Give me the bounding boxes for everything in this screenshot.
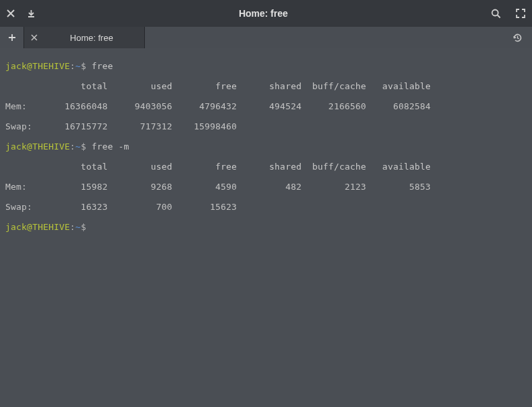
history-icon[interactable] bbox=[513, 33, 523, 43]
tab-title: Home: free bbox=[46, 33, 138, 43]
free-mem-1: Mem: 16366048 9403056 4796432 494524 216… bbox=[5, 101, 527, 111]
close-window-icon[interactable] bbox=[7, 9, 15, 17]
download-icon[interactable] bbox=[27, 9, 36, 18]
close-tab-icon[interactable] bbox=[31, 32, 38, 43]
free-header-1: total used free shared buff/cache availa… bbox=[5, 81, 527, 91]
prompt-user: jack@THEHIVE bbox=[5, 61, 70, 71]
prompt-line-1: jack@THEHIVE:~$ free bbox=[5, 61, 527, 71]
prompt-sym: $ bbox=[81, 141, 86, 152]
command-1: free bbox=[91, 61, 113, 71]
free-swap-2: Swap: 16323 700 15623 bbox=[5, 202, 527, 212]
search-icon[interactable] bbox=[491, 9, 501, 19]
free-mem-2: Mem: 15982 9268 4590 482 2123 5853 bbox=[5, 182, 527, 192]
tabbar-rest bbox=[145, 27, 532, 48]
tab-home-free[interactable]: Home: free bbox=[24, 27, 145, 48]
prompt-sym: $ bbox=[81, 222, 86, 232]
expand-icon[interactable] bbox=[516, 9, 525, 18]
titlebar-right-controls bbox=[491, 9, 525, 19]
prompt-line-2: jack@THEHIVE:~$ free -m bbox=[5, 141, 527, 152]
titlebar-left-controls bbox=[7, 9, 36, 18]
command-2: free -m bbox=[91, 141, 129, 152]
window-title: Home: free bbox=[36, 8, 491, 19]
terminal-output[interactable]: jack@THEHIVE:~$ free total used free sha… bbox=[0, 48, 532, 245]
prompt-sym: $ bbox=[81, 61, 86, 71]
svg-point-0 bbox=[492, 9, 498, 15]
title-bar: Home: free bbox=[0, 0, 532, 27]
prompt-user: jack@THEHIVE bbox=[5, 141, 70, 152]
new-tab-button[interactable] bbox=[0, 27, 24, 48]
prompt-user: jack@THEHIVE bbox=[5, 222, 70, 232]
prompt-line-3: jack@THEHIVE:~$ bbox=[5, 222, 527, 232]
tab-bar: Home: free bbox=[0, 27, 532, 48]
free-header-2: total used free shared buff/cache availa… bbox=[5, 162, 527, 172]
free-swap-1: Swap: 16715772 717312 15998460 bbox=[5, 121, 527, 131]
